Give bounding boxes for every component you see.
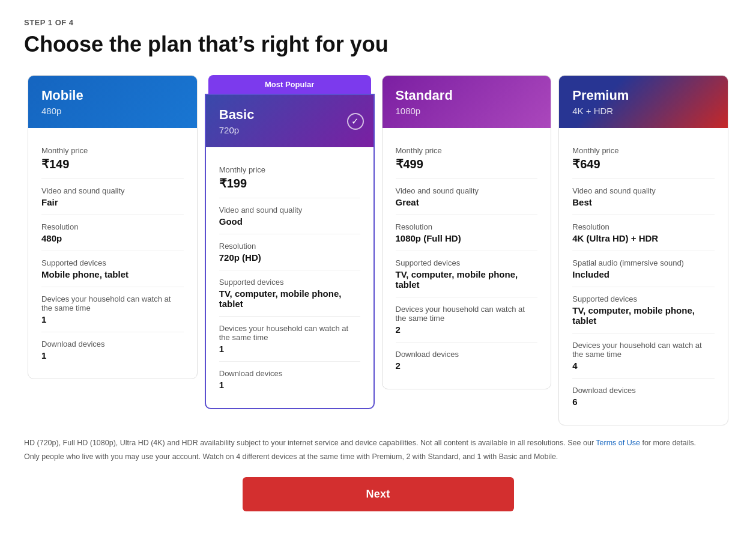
plan-res-basic: 720p: [219, 125, 360, 135]
plan-row-label: Video and sound quality: [219, 206, 360, 215]
plan-row: Supported devicesTV, computer, mobile ph…: [396, 251, 538, 297]
plan-row-value: 1: [41, 314, 184, 324]
plan-row-value: 2: [396, 361, 538, 371]
footer-resolution-note: HD (720p), Full HD (1080p), Ultra HD (4K…: [24, 437, 732, 449]
plan-row: Supported devicesMobile phone, tablet: [41, 251, 184, 287]
plan-row: Monthly price₹499: [396, 139, 538, 179]
plan-row-value: ₹149: [41, 157, 184, 171]
plan-row-label: Supported devices: [572, 294, 715, 303]
plan-row-label: Devices your household can watch at the …: [572, 341, 715, 359]
plans-container: Mobile480pMonthly price₹149Video and sou…: [24, 75, 732, 425]
plan-row-label: Download devices: [41, 340, 184, 349]
plan-row-value: ₹499: [396, 157, 538, 171]
plan-res-mobile: 480p: [41, 106, 184, 116]
plan-row-value: Good: [219, 216, 360, 227]
plan-row-value: Included: [572, 269, 715, 279]
plan-row: Resolution480p: [41, 215, 184, 251]
plan-row-value: 480p: [41, 233, 184, 243]
plan-row: Devices your household can watch at the …: [41, 287, 184, 332]
plan-row: Resolution4K (Ultra HD) + HDR: [572, 215, 715, 251]
plan-row-label: Download devices: [572, 386, 715, 395]
plan-row-label: Resolution: [41, 222, 184, 231]
plan-row-value: 1: [41, 350, 184, 361]
plan-row-label: Devices your household can watch at the …: [41, 294, 184, 312]
plan-row: Monthly price₹149: [41, 139, 184, 179]
plan-res-standard: 1080p: [396, 106, 538, 116]
plan-row-label: Supported devices: [41, 258, 184, 267]
plan-row-value: Fair: [41, 197, 184, 207]
plan-row: Resolution1080p (Full HD): [396, 215, 538, 251]
plan-res-premium: 4K + HDR: [572, 106, 715, 116]
plan-row-label: Video and sound quality: [41, 186, 184, 195]
plan-row-label: Devices your household can watch at the …: [219, 324, 360, 342]
plan-row-value: 1: [219, 344, 360, 354]
plan-row: Video and sound qualityGood: [219, 198, 360, 234]
next-button[interactable]: Next: [243, 477, 514, 511]
plan-row-value: ₹199: [219, 176, 360, 190]
plan-row-label: Resolution: [572, 222, 715, 231]
plan-row-value: 4: [572, 361, 715, 371]
plan-name-basic: Basic: [219, 107, 360, 123]
plan-row: Download devices1: [41, 332, 184, 368]
selected-checkmark: ✓: [347, 113, 364, 130]
plan-row-label: Monthly price: [219, 165, 360, 174]
plan-row: Devices your household can watch at the …: [396, 297, 538, 343]
plan-row: Supported devicesTV, computer, mobile ph…: [572, 287, 715, 333]
plan-row-label: Resolution: [219, 242, 360, 251]
next-button-wrap: Next: [24, 477, 732, 511]
step-label: STEP 1 OF 4: [24, 18, 732, 27]
plan-row-value: Great: [396, 197, 538, 207]
plan-row-value: 720p (HD): [219, 252, 360, 263]
plan-row-value: 4K (Ultra HD) + HDR: [572, 233, 715, 243]
footer-account-note: Only people who live with you may use yo…: [24, 451, 732, 463]
plan-row-label: Download devices: [396, 350, 538, 359]
plan-row: Download devices2: [396, 343, 538, 378]
plan-row-value: 6: [572, 397, 715, 407]
plan-row-label: Spatial audio (immersive sound): [572, 258, 715, 267]
plan-row-label: Supported devices: [219, 278, 360, 287]
plan-row-value: TV, computer, mobile phone, tablet: [219, 288, 360, 309]
plan-basic[interactable]: Most PopularBasic720p✓Monthly price₹199V…: [201, 75, 378, 409]
plan-row-value: 1: [219, 380, 360, 390]
plan-mobile[interactable]: Mobile480pMonthly price₹149Video and sou…: [24, 75, 201, 379]
plan-row: Download devices6: [572, 379, 715, 414]
plan-row-label: Monthly price: [396, 146, 538, 155]
terms-of-use-link[interactable]: Terms of Use: [596, 439, 640, 447]
plan-row-value: TV, computer, mobile phone, tablet: [396, 269, 538, 290]
plan-row-label: Devices your household can watch at the …: [396, 305, 538, 323]
plan-row: Monthly price₹649: [572, 139, 715, 179]
plan-name-premium: Premium: [572, 88, 715, 103]
plan-row: Monthly price₹199: [219, 158, 360, 198]
plan-row-label: Supported devices: [396, 258, 538, 267]
plan-row-label: Monthly price: [41, 146, 184, 155]
plan-row-value: TV, computer, mobile phone, tablet: [572, 305, 715, 326]
plan-row-value: 1080p (Full HD): [396, 233, 538, 243]
plan-row: Video and sound qualityBest: [572, 179, 715, 215]
plan-row: Resolution720p (HD): [219, 234, 360, 270]
plan-row: Supported devicesTV, computer, mobile ph…: [219, 270, 360, 317]
plan-row: Spatial audio (immersive sound)Included: [572, 251, 715, 287]
footer-note: HD (720p), Full HD (1080p), Ultra HD (4K…: [24, 437, 732, 463]
plan-premium[interactable]: Premium4K + HDRMonthly price₹649Video an…: [555, 75, 732, 425]
plan-name-mobile: Mobile: [41, 88, 184, 103]
plan-row-label: Video and sound quality: [572, 186, 715, 195]
plan-standard[interactable]: Standard1080pMonthly price₹499Video and …: [378, 75, 555, 389]
plan-row: Video and sound qualityGreat: [396, 179, 538, 215]
page-title: Choose the plan that’s right for you: [24, 32, 732, 57]
plan-row-label: Download devices: [219, 369, 360, 378]
plan-row: Video and sound qualityFair: [41, 179, 184, 215]
plan-row-value: Best: [572, 197, 715, 207]
plan-name-standard: Standard: [396, 88, 538, 103]
most-popular-badge: Most Popular: [208, 75, 371, 94]
plan-row-value: ₹649: [572, 157, 715, 171]
plan-row-label: Video and sound quality: [396, 186, 538, 195]
plan-row-value: 2: [396, 324, 538, 335]
plan-row: Download devices1: [219, 362, 360, 397]
plan-row-value: Mobile phone, tablet: [41, 269, 184, 279]
plan-row: Devices your household can watch at the …: [219, 317, 360, 362]
plan-row: Devices your household can watch at the …: [572, 333, 715, 379]
plan-row-label: Resolution: [396, 222, 538, 231]
plan-row-label: Monthly price: [572, 146, 715, 155]
